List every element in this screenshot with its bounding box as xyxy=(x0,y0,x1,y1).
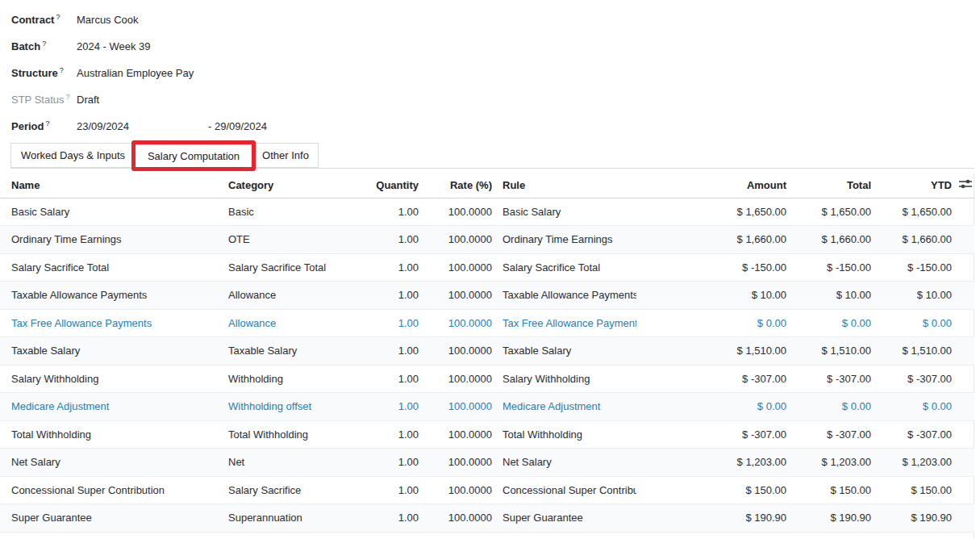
help-marker: ? xyxy=(66,93,70,101)
cell-total: $ 1,650.00 xyxy=(790,198,874,226)
cell-amount: $ 190.90 xyxy=(636,504,790,533)
tab-salary-computation[interactable]: Salary Computation xyxy=(135,143,252,169)
form-field-row: STP Status?Draft xyxy=(11,86,980,113)
table-row[interactable]: Basic SalaryBasic1.00100.0000Basic Salar… xyxy=(0,198,974,226)
cell-total: $ 1,203.00 xyxy=(790,449,874,477)
cell-category: Withholding xyxy=(228,365,357,393)
cell-amount: $ -307.00 xyxy=(636,365,790,393)
cell-rate: 100.0000 xyxy=(422,337,495,366)
cell-amount: $ -307.00 xyxy=(636,420,790,449)
cell-rule: Taxable Salary xyxy=(495,337,636,366)
table-header-row: NameCategoryQuantityRate (%)RuleAmountTo… xyxy=(0,173,974,198)
column-header-rule[interactable]: Rule xyxy=(495,173,636,198)
table-row[interactable]: Taxable SalaryTaxable Salary1.00100.0000… xyxy=(0,337,974,366)
cell-ytd: $ 0.00 xyxy=(874,393,959,421)
column-header-amount[interactable]: Amount xyxy=(636,173,790,198)
cell-total: $ 150.00 xyxy=(790,476,874,504)
column-header-quantity[interactable]: Quantity xyxy=(357,173,422,198)
cell-ytd: $ 150.00 xyxy=(874,476,959,504)
cell-amount: $ 0.00 xyxy=(636,393,790,421)
column-header-total[interactable]: Total xyxy=(790,173,874,198)
cell-quantity: 1.00 xyxy=(357,309,422,337)
cell-category: Allowance xyxy=(228,309,357,337)
salary-computation-panel: NameCategoryQuantityRate (%)RuleAmountTo… xyxy=(0,173,974,539)
field-value-stp-status[interactable]: Draft xyxy=(77,94,99,106)
table-row[interactable]: Concessional Super ContributionSalary Sa… xyxy=(0,476,974,504)
table-row[interactable]: Tax Free Allowance PaymentsAllowance1.00… xyxy=(0,309,974,337)
cell-rate: 100.0000 xyxy=(422,226,495,254)
cell-quantity: 1.00 xyxy=(357,504,422,533)
cell-spacer xyxy=(959,365,974,393)
cell-rate: 100.0000 xyxy=(422,420,495,449)
cell-ytd: $ 190.90 xyxy=(874,504,959,533)
cell-amount: $ -150.00 xyxy=(636,253,790,282)
cell-rate: 100.0000 xyxy=(422,198,495,226)
optional-columns-toggle[interactable] xyxy=(959,173,974,198)
cell-amount: $ 1,510.00 xyxy=(636,337,790,366)
field-label: Contract? xyxy=(11,13,77,26)
field-value-contract[interactable]: Marcus Cook xyxy=(77,14,139,26)
field-value-batch[interactable]: 2024 - Week 39 xyxy=(77,40,151,52)
field-value-period[interactable]: 23/09/2024- 29/09/2024 xyxy=(77,120,267,132)
cell-quantity: 1.00 xyxy=(357,449,422,477)
tab-other-info[interactable]: Other Info xyxy=(252,143,319,168)
field-label: Period? xyxy=(11,119,77,132)
table-row[interactable]: Salary Sacrifice TotalSalary Sacrifice T… xyxy=(0,253,974,282)
cell-name: Salary Withholding xyxy=(0,365,228,393)
date-to-field[interactable]: - 29/09/2024 xyxy=(208,120,267,132)
cell-rule: Total Withholding xyxy=(495,420,636,449)
date-from-field[interactable]: 23/09/2024 xyxy=(77,120,208,132)
cell-total: $ 190.90 xyxy=(790,504,874,533)
column-header-name[interactable]: Name xyxy=(0,173,228,198)
cell-name: Net Salary xyxy=(0,449,228,477)
cell-ytd: $ 10.00 xyxy=(874,282,959,310)
table-row[interactable]: Salary WithholdingWithholding1.00100.000… xyxy=(0,365,974,393)
cell-total: $ 0.00 xyxy=(790,309,874,337)
cell-ytd: $ 1,650.00 xyxy=(874,198,959,226)
cell-spacer xyxy=(959,226,974,254)
cell-rule: Salary Sacrifice Total xyxy=(495,253,636,282)
table-row[interactable]: Ordinary Time EarningsOTE1.00100.0000Ord… xyxy=(0,226,974,254)
form-field-row: Structure?Australian Employee Pay xyxy=(11,60,980,86)
field-label: Batch? xyxy=(11,40,77,52)
cell-name: Ordinary Time Earnings xyxy=(0,226,228,254)
cell-quantity: 1.00 xyxy=(357,365,422,393)
table-row[interactable]: Total WithholdingTotal Withholding1.0010… xyxy=(0,420,974,449)
cell-spacer xyxy=(959,449,974,477)
table-row[interactable]: Net SalaryNet1.00100.0000Net Salary$ 1,2… xyxy=(0,449,974,477)
cell-rule: Salary Withholding xyxy=(495,365,636,393)
cell-total: $ 10.00 xyxy=(790,282,874,310)
cell-spacer xyxy=(959,420,974,449)
column-header-ytd[interactable]: YTD xyxy=(874,173,959,198)
field-value-structure[interactable]: Australian Employee Pay xyxy=(77,67,194,79)
column-header-rate[interactable]: Rate (%) xyxy=(422,173,495,198)
cell-spacer xyxy=(959,282,974,310)
column-header-category[interactable]: Category xyxy=(228,173,357,198)
cell-total: $ -307.00 xyxy=(790,420,874,449)
cell-category: Withholding offset xyxy=(228,393,357,421)
cell-name: Salary Sacrifice Total xyxy=(0,253,228,282)
cell-spacer xyxy=(959,393,974,421)
cell-name: Taxable Allowance Payments xyxy=(0,282,228,310)
cell-quantity: 1.00 xyxy=(357,337,422,366)
sliders-icon[interactable] xyxy=(959,178,972,192)
form-field-row: Period?23/09/2024- 29/09/2024 xyxy=(11,113,980,140)
cell-total: $ 0.00 xyxy=(790,393,874,421)
cell-name: Super Guarantee xyxy=(0,504,228,533)
field-label: Structure? xyxy=(11,66,77,79)
help-marker: ? xyxy=(60,66,64,74)
salary-computation-table: NameCategoryQuantityRate (%)RuleAmountTo… xyxy=(0,173,974,533)
table-row[interactable]: Super GuaranteeSuperannuation1.00100.000… xyxy=(0,504,974,533)
cell-name: Medicare Adjustment xyxy=(0,393,228,421)
cell-spacer xyxy=(959,198,974,226)
help-marker: ? xyxy=(56,13,60,21)
cell-total: $ -307.00 xyxy=(790,365,874,393)
cell-name: Tax Free Allowance Payments xyxy=(0,309,228,337)
cell-rate: 100.0000 xyxy=(422,253,495,282)
table-row[interactable]: Medicare AdjustmentWithholding offset1.0… xyxy=(0,393,974,421)
tab-worked-days-inputs[interactable]: Worked Days & Inputs xyxy=(10,143,136,168)
cell-spacer xyxy=(959,253,974,282)
table-row[interactable]: Taxable Allowance PaymentsAllowance1.001… xyxy=(0,282,974,310)
cell-rule: Net Salary xyxy=(495,449,636,477)
cell-category: Taxable Salary xyxy=(228,337,357,366)
